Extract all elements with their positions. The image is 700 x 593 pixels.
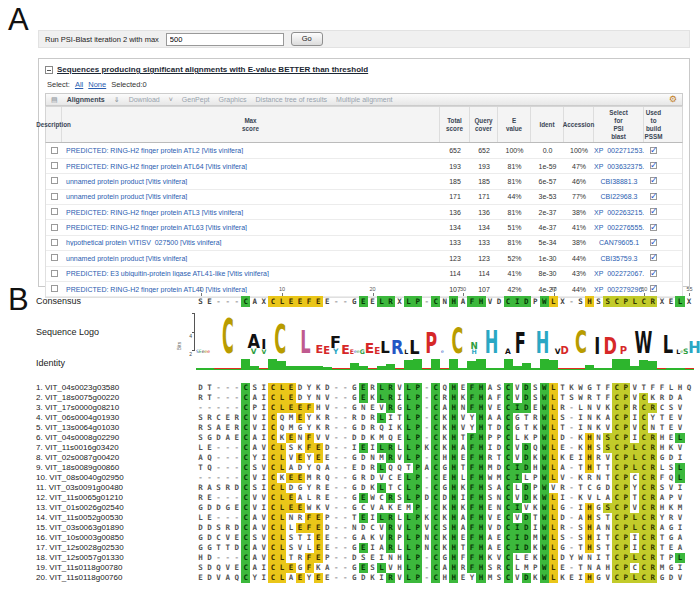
residue-cell: K — [314, 423, 323, 433]
residue-cell: S — [495, 383, 504, 393]
residue-cell: G — [196, 503, 205, 513]
description-link[interactable]: hypothetical protein VITISV_027500 [Viti… — [66, 239, 222, 246]
residue-cell: C — [431, 533, 440, 543]
residue-cell: V — [513, 453, 522, 463]
select-none-link[interactable]: None — [88, 80, 106, 89]
description-link[interactable]: PREDICTED: RING-H2 finger protein ATL3 [… — [66, 209, 243, 216]
max-sequences-input[interactable] — [166, 33, 284, 46]
accession-link[interactable]: XP_002276555.1 — [594, 224, 644, 231]
residue-cell: E — [296, 473, 305, 483]
residue-cell: D — [558, 553, 567, 563]
residue-cell: W — [576, 553, 585, 563]
residue-cell: C — [241, 533, 250, 543]
residue-cell: G — [223, 503, 232, 513]
residue-cell: P — [413, 573, 422, 583]
gear-icon[interactable]: ⚙ — [669, 95, 677, 104]
toolbar-download[interactable]: Download — [129, 96, 160, 103]
residue-cell: L — [666, 383, 675, 393]
residue-cell: A — [359, 533, 368, 543]
alignment-row: 18. VIT_12s0057g01330HD---CAVCLTRFEP--DS… — [0, 553, 700, 563]
toolbar-multiple-alignment[interactable]: Multiple alignment — [336, 96, 392, 103]
toolbar-alignments[interactable]: Alignments — [67, 96, 105, 103]
residue-cell: I — [259, 563, 268, 573]
residue-cell: F — [305, 443, 314, 453]
psi-checkbox[interactable] — [650, 270, 657, 277]
residue-cell: T — [603, 463, 612, 473]
residue-cell: - — [341, 543, 350, 553]
residue-cell: K — [314, 383, 323, 393]
psi-checkbox[interactable] — [650, 162, 657, 169]
value-cell: 38% — [564, 239, 594, 246]
section-title[interactable]: Sequences producing significant alignmen… — [57, 65, 368, 74]
description-link[interactable]: unnamed protein product [Vitis vinifera] — [66, 193, 187, 200]
residue-cell: A — [440, 403, 449, 413]
residue-cell: Q — [277, 413, 286, 423]
accession-link[interactable]: CBI38881.3 — [601, 178, 638, 185]
residue-cell: A — [486, 533, 495, 543]
residue-cell: M — [495, 473, 504, 483]
row-checkbox[interactable] — [51, 147, 58, 154]
residue-cell: - — [196, 403, 205, 413]
row-checkbox-cell — [46, 162, 62, 170]
row-checkbox[interactable] — [51, 177, 58, 184]
select-all-link[interactable]: All — [75, 80, 83, 89]
accession-link[interactable]: XP_003632375.1 — [594, 163, 644, 170]
residue-cell: F — [467, 403, 476, 413]
residue-cell: C — [612, 403, 621, 413]
identity-bar — [359, 366, 368, 370]
residue-cell: I — [513, 403, 522, 413]
row-checkbox[interactable] — [51, 162, 58, 169]
toolbar-distance-tree[interactable]: Distance tree of results — [256, 96, 328, 103]
psi-checkbox[interactable] — [650, 177, 657, 184]
value-cell: 114 — [470, 270, 498, 277]
residue-cell: W — [486, 473, 495, 483]
accession-link[interactable]: CBI22968.3 — [601, 193, 638, 200]
residue-cell: K — [440, 433, 449, 443]
row-checkbox[interactable] — [51, 239, 58, 246]
value-cell: 2e-37 — [531, 209, 564, 216]
residue-cell: V — [513, 383, 522, 393]
psi-checkbox[interactable] — [650, 208, 657, 215]
psi-checkbox[interactable] — [650, 239, 657, 246]
residue-cell: F — [467, 563, 476, 573]
collapse-icon[interactable] — [45, 66, 53, 74]
description-link[interactable]: PREDICTED: RING-H2 finger protein ATL64 … — [66, 163, 247, 170]
residue-cell: C — [504, 383, 513, 393]
psi-checkbox[interactable] — [650, 193, 657, 200]
residue-cell: C — [612, 443, 621, 453]
residue-cell: L — [404, 403, 413, 413]
row-checkbox[interactable] — [51, 254, 58, 261]
consensus-cell: L — [404, 296, 413, 307]
alignment-row: 4. VIT_06s0004g01930SRCERCVICQMEYKR--RDR… — [0, 413, 700, 423]
toolbar-genpept[interactable]: GenPept — [182, 96, 210, 103]
row-checkbox[interactable] — [51, 224, 58, 231]
psi-checkbox[interactable] — [650, 147, 657, 154]
row-checkbox[interactable] — [51, 193, 58, 200]
logo-letter: L — [663, 336, 673, 354]
description-link[interactable]: unnamed protein product [Vitis vinifera] — [66, 178, 187, 185]
description-link[interactable]: PREDICTED: E3 ubiquitin-protein ligase A… — [66, 270, 269, 277]
residue-cell: I — [630, 543, 639, 553]
psi-checkbox[interactable] — [650, 254, 657, 261]
residue-cell: A — [196, 453, 205, 463]
residue-cell: H — [585, 533, 594, 543]
residue-cell: C — [431, 523, 440, 533]
accession-link[interactable]: CBI35759.3 — [601, 255, 638, 262]
table-row: hypothetical protein VITISV_027500 [Viti… — [46, 236, 682, 251]
accession-link[interactable]: XP_002272067.1 — [594, 270, 644, 277]
description-link[interactable]: PREDICTED: RING-H2 finger protein ATL2 [… — [66, 147, 243, 154]
residue-cell: W — [368, 493, 377, 503]
residue-cell: L — [549, 443, 558, 453]
go-button[interactable]: Go — [291, 32, 323, 46]
accession-link[interactable]: XP_002263215.1 — [594, 209, 644, 216]
accession-link[interactable]: CAN79605.1 — [599, 239, 639, 246]
row-checkbox[interactable] — [51, 270, 58, 277]
toolbar-graphics[interactable]: Graphics — [219, 96, 247, 103]
description-link[interactable]: unnamed protein product [Vitis vinifera] — [66, 255, 187, 262]
description-link[interactable]: PREDICTED: RING-H2 finger protein ATL63 … — [66, 224, 247, 231]
residue-cell: V — [377, 533, 386, 543]
accession-link[interactable]: XP_002271253.1 — [594, 147, 644, 154]
residue-cell: I — [368, 543, 377, 553]
psi-checkbox[interactable] — [650, 224, 657, 231]
row-checkbox[interactable] — [51, 208, 58, 215]
